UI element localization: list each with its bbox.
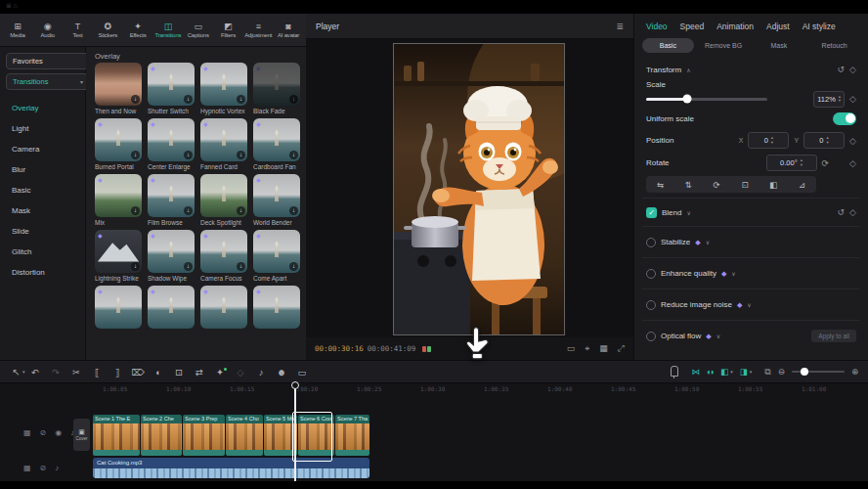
nav-adjustment[interactable]: ≡Adjustment (243, 22, 273, 38)
transition-card-partial[interactable]: ◆ (148, 286, 195, 329)
keyframe-icon[interactable]: ◇ (849, 65, 856, 74)
keyframe-icon[interactable]: ◇ (849, 136, 856, 146)
zoom-in-icon[interactable]: ⊕ (851, 367, 858, 377)
reduce-noise-checkbox[interactable] (646, 300, 656, 310)
transition-card-shadow-wipe[interactable]: ◆↓Shadow Wipe (148, 230, 195, 284)
quality-icon[interactable]: ▦ (599, 343, 608, 354)
reset-icon[interactable]: ↺ (838, 65, 846, 74)
transition-card-hypnotic-vortex[interactable]: ◆↓Hypnotic Vortex (200, 63, 247, 116)
chevron-down-icon[interactable]: ∨ (747, 301, 751, 308)
transition-card-partial[interactable]: ◆ (95, 286, 142, 329)
transition-card-partial[interactable]: ◆ (200, 286, 247, 329)
trim-right-icon[interactable]: ⟧ (108, 367, 128, 378)
uniform-scale-toggle[interactable] (833, 112, 856, 125)
transition-card-lightning-strike[interactable]: ◆↓Lightning Strike (95, 230, 142, 284)
cover-button[interactable]: ▣ Cover (73, 419, 90, 451)
crop-icon[interactable]: ⊡ (741, 180, 748, 190)
transition-card-shutter-switch[interactable]: ◆↓Shutter Switch (148, 63, 195, 116)
subtab-basic[interactable]: Basic (642, 38, 694, 53)
delete-icon[interactable]: ⌦ (128, 367, 149, 378)
subtab-mask[interactable]: Mask (754, 38, 805, 53)
snapshot-icon[interactable]: ⌖ (585, 343, 589, 354)
flip-horizontal-icon[interactable]: ⇆ (657, 180, 664, 190)
stabilize-checkbox[interactable] (646, 238, 656, 247)
transition-card-camera-focus[interactable]: ◆↓Camera Focus (200, 230, 247, 284)
clip-scene-1[interactable]: Scene 1 The E (93, 415, 140, 456)
transition-card-come-apart[interactable]: ◆↓Come Apart (253, 230, 300, 284)
sidebar-item-overlay[interactable]: Overlay (0, 98, 86, 118)
portrait-icon[interactable]: ☻ (272, 367, 292, 378)
chevron-down-icon[interactable]: ∨ (716, 333, 720, 339)
keyframe-icon[interactable]: ◇ (849, 207, 856, 217)
transition-card-center-enlarge[interactable]: ◆↓Center Enlarge (148, 118, 195, 172)
nav-text[interactable]: TText (64, 22, 93, 38)
chevron-down-icon[interactable]: ∨ (686, 209, 690, 216)
tab-animation[interactable]: Animation (716, 22, 754, 31)
timeline-zoom-slider[interactable] (792, 371, 845, 374)
playhead-handle[interactable] (291, 381, 299, 389)
chevron-down-icon[interactable]: ∨ (731, 270, 735, 277)
trim-left-icon[interactable]: ⟦ (87, 367, 108, 378)
mute-icon[interactable]: ♪ (251, 367, 272, 378)
mirror-icon[interactable]: ◧ (769, 180, 777, 190)
enhance-quality-checkbox[interactable] (646, 269, 656, 279)
mute-track-icon[interactable]: ♪ (55, 464, 59, 472)
scale-slider-handle[interactable] (683, 95, 692, 104)
mic-icon[interactable] (671, 366, 678, 377)
fullscreen-icon[interactable]: ⤢ (618, 343, 625, 354)
stepper-icon[interactable]: ▴▾ (801, 158, 803, 167)
transition-card-film-browse[interactable]: ◆↓Film Browse (148, 174, 195, 228)
nav-captions[interactable]: ▭Captions (184, 22, 213, 38)
sidebar-item-basic[interactable]: Basic (0, 180, 86, 200)
collapse-icon[interactable]: ∧ (686, 67, 690, 73)
transition-card-deck-spotlight[interactable]: ↓Deck Spotlight (200, 174, 247, 228)
stepper-icon[interactable]: ▴▾ (771, 136, 773, 145)
nav-filters[interactable]: ◩Filters (214, 22, 243, 38)
position-x-input[interactable]: 0 ▴▾ (748, 132, 789, 149)
sidebar-item-blur[interactable]: Blur (0, 159, 86, 180)
level-icon[interactable]: ⊿ (799, 180, 805, 190)
track-options-icon[interactable]: ▦ (23, 428, 31, 437)
sidebar-item-mask[interactable]: Mask (0, 200, 86, 221)
stepper-icon[interactable]: ▴▾ (827, 136, 829, 145)
nav-ai-avatar[interactable]: ◙AI avatar (274, 22, 303, 38)
transition-card-mix[interactable]: ◆↓Mix (95, 174, 142, 228)
chevron-down-icon[interactable]: ∨ (706, 239, 710, 245)
lock-track-icon[interactable]: ⊘ (40, 428, 47, 437)
track-options-icon[interactable]: ▦ (23, 464, 31, 472)
transition-card-cardboard-fan[interactable]: ◆↓Cardboard Fan (253, 118, 300, 172)
mirror-icon[interactable]: ⇄ (190, 367, 210, 378)
blend-checkbox[interactable]: ✓ (646, 207, 657, 218)
preview-split-icon[interactable]: ⋈ (691, 367, 699, 377)
link-icon[interactable]: ◧ (720, 367, 727, 377)
tab-adjust[interactable]: Adjust (766, 22, 790, 31)
transition-card-world-bender[interactable]: ◆↓World Bender (253, 174, 300, 228)
transition-card-burned-portal[interactable]: ◆↓Burned Portal (95, 118, 142, 172)
keyframe-icon[interactable]: ◇ (849, 94, 856, 104)
tab-ai-stylize[interactable]: AI stylize (803, 22, 836, 31)
sidebar-item-slide[interactable]: Slide (0, 221, 86, 242)
preview-on-device-icon[interactable]: ⧉ (764, 367, 770, 378)
sidebar-item-light[interactable]: Light (0, 118, 86, 139)
smart-edit-icon[interactable]: ✦ (210, 367, 231, 378)
reset-icon[interactable]: ↺ (838, 207, 846, 217)
clip-scene-2[interactable]: Scene 2 Che (141, 415, 182, 456)
player-menu-icon[interactable]: ≣ (616, 22, 624, 31)
position-y-input[interactable]: 0 ▴▾ (803, 132, 845, 149)
transition-card-fanned-card[interactable]: ◆↓Fanned Card (200, 118, 247, 172)
nav-media[interactable]: ⊞Media (3, 22, 32, 38)
mask-icon[interactable]: ◐ (149, 367, 169, 378)
timeline[interactable]: 1:00:05 1:00:10 1:00:15 1:00:20 1:00:25 … (0, 383, 868, 481)
optical-flow-checkbox[interactable] (646, 332, 656, 341)
clip-scene-7[interactable]: Scene 7 Tha (335, 415, 369, 456)
subtab-retouch[interactable]: Retouch (808, 38, 860, 53)
redo-icon[interactable]: ↷ (46, 367, 66, 378)
tab-video[interactable]: Video (646, 22, 668, 31)
zoom-out-icon[interactable]: ⊖ (778, 367, 785, 377)
rotate-input[interactable]: 0.00° ▴▾ (766, 155, 817, 171)
crop-icon[interactable]: ⊡ (169, 367, 190, 378)
rotate-dial-icon[interactable]: ⟳ (822, 158, 830, 168)
flip-vertical-icon[interactable]: ⇅ (685, 180, 692, 190)
clip-scene-3[interactable]: Scene 3 Prep (183, 415, 225, 456)
snap-caret-icon[interactable]: ▾ (750, 369, 753, 375)
